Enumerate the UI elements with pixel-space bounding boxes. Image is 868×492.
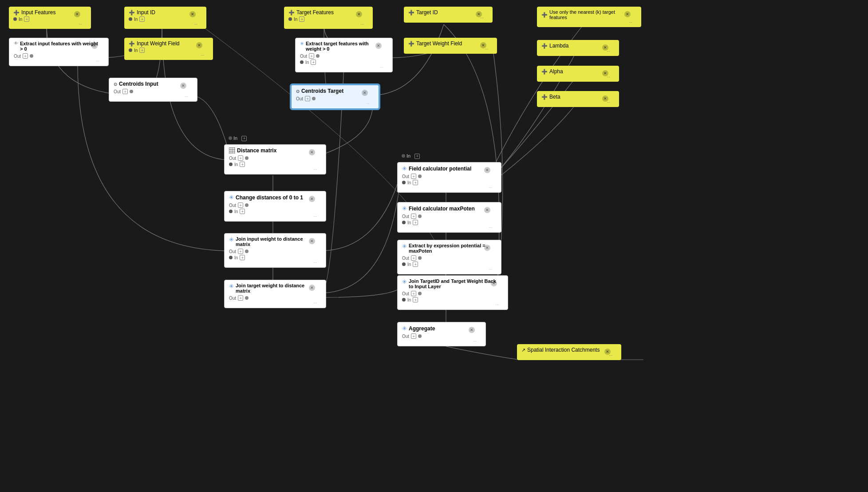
in-port — [288, 17, 292, 21]
add-port[interactable]: + — [23, 53, 28, 59]
node-aggregate[interactable]: ✳ Aggregate ✕ Out + ··· — [397, 322, 486, 346]
in-port — [129, 17, 132, 21]
node-input-features[interactable]: ➕ Input Features ✕ In + ··· — [9, 7, 91, 29]
node-distance-matrix[interactable]: Distance matrix ✕ Out + In + ··· — [224, 144, 326, 175]
in-port — [402, 298, 406, 302]
node-join-target-weight[interactable]: ✳ Join target weight to distance matrix … — [224, 280, 326, 308]
add-port[interactable]: + — [139, 16, 145, 22]
add-port[interactable]: + — [411, 291, 416, 296]
circles-icon: ⊙ — [296, 89, 300, 94]
add-port[interactable]: + — [413, 297, 418, 302]
add-port[interactable]: + — [413, 180, 418, 185]
node-extract-expression[interactable]: ✳ Extract by expression potential = maxP… — [397, 240, 501, 274]
node-target-id[interactable]: ➕ Target ID ✕ ··· — [404, 7, 493, 23]
node-use-only-nearest[interactable]: ➕ Use only the nearest (k) target featur… — [537, 7, 641, 27]
node-join-targetid[interactable]: ✳ Join TargetID and Target Weight Back t… — [397, 275, 508, 310]
close-button[interactable]: ✕ — [309, 149, 315, 155]
in-label: In + — [229, 135, 247, 141]
node-spatial-interaction[interactable]: ↗ Spatial Interaction Catchments ✕ ··· — [517, 344, 621, 360]
add-port[interactable]: + — [238, 155, 243, 161]
add-port[interactable]: + — [299, 16, 304, 22]
close-button[interactable]: ✕ — [484, 245, 490, 251]
out-port — [30, 54, 33, 58]
node-centroids-input[interactable]: ⊙ Centroids Input ✕ Out + ··· — [109, 78, 197, 102]
close-button[interactable]: ✕ — [476, 11, 482, 17]
node-title: Input Features — [21, 9, 55, 16]
close-button[interactable]: ✕ — [624, 11, 631, 17]
add-port[interactable]: + — [309, 53, 314, 59]
add-port[interactable]: + — [139, 48, 145, 53]
node-join-input-weight[interactable]: ✳ Join input weight to distance matrix ✕… — [224, 233, 326, 268]
add-port[interactable]: + — [411, 214, 416, 219]
add-port[interactable]: + — [238, 295, 243, 301]
node-extract-target[interactable]: ✳ Extract target features with weight > … — [295, 38, 393, 72]
add-port[interactable]: + — [240, 162, 245, 167]
add-port[interactable]: + — [411, 255, 416, 261]
star-icon: ✳ — [402, 325, 407, 332]
node-target-features[interactable]: ➕ Target Features ✕ In + ··· — [284, 7, 373, 29]
close-button[interactable]: ✕ — [484, 207, 490, 213]
node-alpha[interactable]: ➕ Alpha ✕ ··· — [537, 66, 619, 82]
node-beta[interactable]: ➕ Beta ✕ ··· — [537, 91, 619, 107]
close-button[interactable]: ✕ — [309, 285, 315, 291]
add-port[interactable]: + — [24, 16, 29, 22]
out-port — [312, 97, 316, 100]
in-port — [229, 210, 233, 213]
star-icon: ✳ — [402, 165, 407, 172]
add-port[interactable]: + — [311, 60, 316, 65]
node-input-weight-field[interactable]: ➕ Input Weight Field ✕ In + ··· — [124, 38, 213, 60]
close-button[interactable]: ✕ — [309, 238, 315, 244]
close-button[interactable]: ✕ — [180, 83, 186, 89]
close-button[interactable]: ✕ — [484, 167, 490, 173]
close-button[interactable]: ✕ — [480, 42, 486, 48]
add-port[interactable]: + — [240, 209, 245, 214]
close-button[interactable]: ✕ — [602, 95, 608, 102]
node-field-calc-maxpoten[interactable]: ✳ Field calculator maxPoten ✕ Out + In +… — [397, 202, 501, 233]
node-title: Change distances of 0 to 1 — [236, 194, 303, 201]
close-button[interactable]: ✕ — [602, 44, 608, 51]
add-port[interactable]: + — [413, 220, 418, 225]
close-button[interactable]: ✕ — [91, 43, 98, 49]
star-icon: ✳ — [229, 194, 234, 201]
node-title: Target Weight Field — [416, 40, 462, 47]
node-input-id[interactable]: ➕ Input ID ✕ In + ··· — [124, 7, 206, 29]
add-port[interactable]: + — [411, 333, 416, 339]
close-button[interactable]: ✕ — [189, 11, 196, 17]
add-port[interactable]: + — [238, 249, 243, 254]
close-button[interactable]: ✕ — [362, 90, 368, 96]
add-port[interactable]: + — [122, 89, 128, 94]
close-button[interactable]: ✕ — [309, 196, 315, 202]
node-title: Distance matrix — [237, 147, 276, 154]
add-port[interactable]: + — [240, 255, 245, 260]
out-port — [245, 203, 249, 207]
node-change-distances[interactable]: ✳ Change distances of 0 to 1 ✕ Out + In … — [224, 191, 326, 222]
close-button[interactable]: ✕ — [356, 11, 362, 17]
add-port[interactable]: + — [238, 202, 243, 208]
in-port — [402, 181, 406, 184]
close-button[interactable]: ✕ — [602, 70, 608, 76]
node-centroids-target[interactable]: ⊙ Centroids Target ✕ Out + ··· — [291, 84, 379, 109]
out-port — [316, 54, 320, 58]
close-button[interactable]: ✕ — [375, 43, 382, 49]
close-button[interactable]: ✕ — [196, 42, 202, 48]
node-title: Target Features — [296, 9, 334, 16]
close-button[interactable]: ✕ — [469, 327, 475, 333]
out-port — [245, 156, 249, 160]
node-title: Extract by expression potential = maxPot… — [409, 243, 492, 254]
close-button[interactable]: ✕ — [491, 280, 497, 286]
out-port — [418, 175, 422, 178]
node-lambda[interactable]: ➕ Lambda ✕ ··· — [537, 40, 619, 56]
node-title: Extract target features with weight > 0 — [306, 41, 383, 52]
node-title: Join TargetID and Target Weight Back to … — [409, 278, 499, 289]
node-target-weight-field[interactable]: ➕ Target Weight Field ✕ ··· — [404, 38, 497, 54]
node-field-calc-potential[interactable]: ✳ Field calculator potential ✕ Out + In … — [397, 162, 501, 193]
node-extract-input[interactable]: 👁 Extract input features with weight > 0… — [9, 38, 109, 66]
close-button[interactable]: ✕ — [74, 11, 80, 17]
add-port[interactable]: + — [413, 262, 418, 267]
out-port — [418, 292, 422, 295]
plus-icon: ➕ — [408, 10, 414, 16]
add-port[interactable]: + — [305, 96, 310, 101]
add-port[interactable]: + — [411, 174, 416, 179]
close-button[interactable]: ✕ — [604, 349, 611, 355]
node-title: Alpha — [549, 68, 563, 75]
